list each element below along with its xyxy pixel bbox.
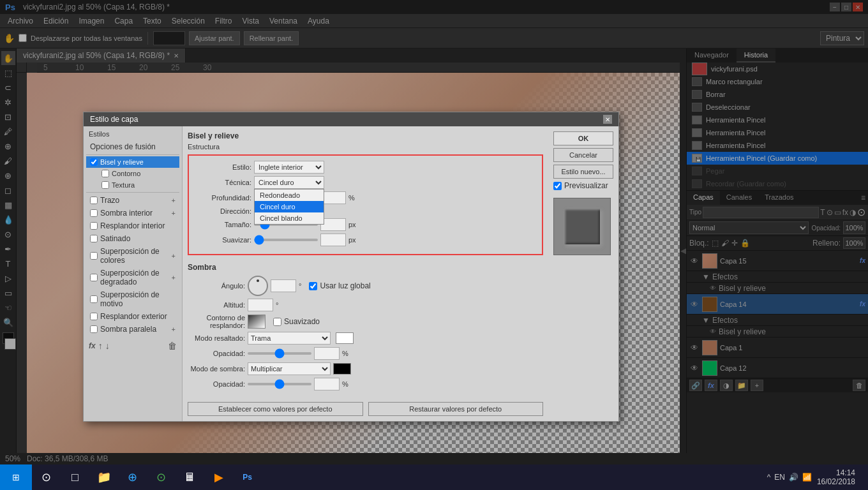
tray-volume[interactable]: 🔊 bbox=[789, 473, 798, 482]
dialog-title-label: Estilo de capa bbox=[90, 115, 138, 124]
estilo-select[interactable]: Inglete interior bbox=[254, 161, 324, 174]
textura-checkbox[interactable] bbox=[101, 181, 109, 189]
sc-plus[interactable]: + bbox=[172, 252, 176, 260]
ri-checkbox[interactable] bbox=[90, 222, 98, 230]
bisel-checkbox[interactable] bbox=[90, 158, 98, 166]
taskbar-calculator[interactable]: 🖩 bbox=[176, 464, 204, 490]
si-plus[interactable]: + bbox=[172, 209, 176, 217]
style-item-bisel[interactable]: Bisel y relieve bbox=[86, 156, 179, 168]
usar-luz-checkbox[interactable] bbox=[309, 282, 317, 290]
modo-color-swatch[interactable] bbox=[336, 332, 354, 344]
contorno-row: Contorno de resplandor: Suavizado bbox=[188, 314, 543, 329]
direccion-label: Dirección: bbox=[194, 207, 251, 215]
sc-label: Superposición de colores bbox=[100, 247, 169, 265]
opacidad1-slider[interactable] bbox=[248, 352, 311, 355]
style-trazo[interactable]: Trazo + bbox=[86, 194, 179, 207]
sp-plus[interactable]: + bbox=[172, 325, 176, 333]
opacidad2-row: Opacidad: 50 % bbox=[188, 378, 543, 390]
dropdown-cincel-duro[interactable]: Cincel duro bbox=[255, 201, 324, 212]
new-style-button[interactable]: Estilo nuevo... bbox=[553, 165, 613, 179]
opacidad2-input[interactable]: 50 bbox=[314, 378, 340, 390]
sd-plus[interactable]: + bbox=[172, 274, 176, 281]
trazo-plus[interactable]: + bbox=[172, 197, 176, 204]
sm-checkbox[interactable] bbox=[90, 295, 98, 303]
profundidad-input[interactable]: 100 bbox=[320, 191, 346, 204]
suavizado-checkbox[interactable] bbox=[273, 318, 281, 326]
suavizar-slider[interactable] bbox=[254, 239, 318, 241]
taskbar-task-view[interactable]: □ bbox=[61, 464, 89, 490]
dropdown-redondeado[interactable]: Redondeado bbox=[255, 189, 324, 201]
tray-keyboard[interactable]: EN bbox=[774, 473, 785, 482]
delete-style-icon[interactable]: 🗑 bbox=[168, 341, 177, 351]
modo-sombra-row: Modo de sombra: Multiplicar bbox=[188, 362, 543, 375]
modo-sombra-select[interactable]: Multiplicar bbox=[248, 362, 331, 375]
style-item-textura[interactable]: Textura bbox=[86, 179, 179, 191]
contorno-checkbox[interactable] bbox=[101, 170, 109, 177]
opacidad2-slider[interactable] bbox=[248, 383, 311, 385]
tray-arrow[interactable]: ^ bbox=[767, 473, 771, 482]
satinado-label: Satinado bbox=[100, 234, 130, 243]
preview-inner bbox=[564, 209, 600, 244]
taskbar-search[interactable]: ⊙ bbox=[32, 464, 61, 490]
style-sombra-interior[interactable]: Sombra interior + bbox=[86, 207, 179, 219]
style-sup-motivo[interactable]: Superposición de motivo bbox=[86, 288, 179, 310]
tamano-input[interactable]: 27 bbox=[320, 218, 346, 231]
taskbar-clock[interactable]: 14:14 16/02/2018 bbox=[817, 468, 855, 486]
tray-network[interactable]: 📶 bbox=[802, 473, 812, 482]
preview-checkbox-label[interactable]: Previsualizar bbox=[553, 181, 613, 190]
layer-style-dialog: Estilo de capa ✕ Estilos Opciones de fus… bbox=[83, 112, 619, 422]
suavizado-label[interactable]: Suavizado bbox=[273, 317, 320, 326]
restore-button[interactable]: Restaurar valores por defecto bbox=[368, 402, 544, 416]
taskbar-media[interactable]: ▶ bbox=[204, 464, 233, 490]
taskbar-photoshop[interactable]: Ps bbox=[233, 464, 262, 490]
angulo-unit: ° bbox=[299, 282, 301, 290]
taskbar-chrome[interactable]: ⊙ bbox=[147, 464, 176, 490]
re-checkbox[interactable] bbox=[90, 313, 98, 320]
suavizar-input[interactable]: 0 bbox=[320, 234, 346, 246]
style-sup-degradado[interactable]: Superposición de degradado + bbox=[86, 267, 179, 288]
tamano-label: Tamaño: bbox=[194, 221, 251, 228]
clock-date: 16/02/2018 bbox=[817, 477, 855, 486]
angle-dot bbox=[257, 279, 259, 282]
satinado-checkbox[interactable] bbox=[90, 235, 98, 242]
modo-resultado-select[interactable]: Trama bbox=[248, 332, 331, 345]
dialog-overlay: Estilo de capa ✕ Estilos Opciones de fus… bbox=[0, 0, 868, 490]
contorno-preview[interactable] bbox=[248, 315, 266, 329]
dropdown-cincel-blando[interactable]: Cincel blando bbox=[255, 212, 324, 224]
sombra-interior-checkbox[interactable] bbox=[90, 209, 98, 217]
estructura-label: Estructura bbox=[188, 143, 543, 151]
angle-control[interactable] bbox=[248, 276, 268, 296]
preview-checkbox[interactable] bbox=[553, 182, 562, 190]
start-button[interactable]: ⊞ bbox=[0, 464, 32, 490]
fx-bottom-icon[interactable]: fx bbox=[89, 341, 96, 350]
set-default-button[interactable]: Establecer como valores por defecto bbox=[188, 402, 363, 416]
contorno-label: Contorno de resplandor: bbox=[188, 314, 245, 329]
dialog-close-button[interactable]: ✕ bbox=[603, 115, 612, 124]
tecnica-select[interactable]: Cincel duro bbox=[254, 176, 324, 189]
sp-checkbox[interactable] bbox=[90, 325, 98, 333]
trazo-checkbox[interactable] bbox=[90, 197, 98, 204]
taskbar-edge[interactable]: ⊕ bbox=[118, 464, 147, 490]
taskbar-explorer[interactable]: 📁 bbox=[89, 464, 118, 490]
cancel-button[interactable]: Cancelar bbox=[553, 148, 613, 162]
opacidad1-label: Opacidad: bbox=[188, 350, 245, 357]
down-arrow-icon[interactable]: ↓ bbox=[105, 341, 110, 351]
up-arrow-icon[interactable]: ↑ bbox=[98, 341, 103, 351]
ok-button[interactable]: OK bbox=[553, 131, 613, 145]
style-satinado[interactable]: Satinado bbox=[86, 232, 179, 245]
sd-checkbox[interactable] bbox=[90, 274, 98, 281]
style-resplandor-exterior[interactable]: Resplandor exterior bbox=[86, 310, 179, 323]
altitud-input[interactable]: 30 bbox=[248, 299, 273, 311]
style-sup-colores[interactable]: Superposición de colores + bbox=[86, 245, 179, 267]
usar-luz-label[interactable]: Usar luz global bbox=[309, 281, 370, 290]
angulo-input[interactable]: 120 bbox=[271, 279, 296, 292]
trazo-label: Trazo bbox=[100, 196, 119, 205]
style-item-contorno[interactable]: Contorno bbox=[86, 168, 179, 179]
style-sombra-paralela[interactable]: Sombra paralela + bbox=[86, 323, 179, 336]
style-item-opciones[interactable]: Opciones de fusión bbox=[86, 140, 179, 153]
opacidad1-input[interactable]: 50 bbox=[314, 347, 340, 360]
style-resplandor-interior[interactable]: Resplandor interior bbox=[86, 219, 179, 232]
sc-checkbox[interactable] bbox=[90, 252, 98, 260]
separator bbox=[86, 192, 179, 193]
sombra-color-swatch[interactable] bbox=[333, 363, 351, 375]
